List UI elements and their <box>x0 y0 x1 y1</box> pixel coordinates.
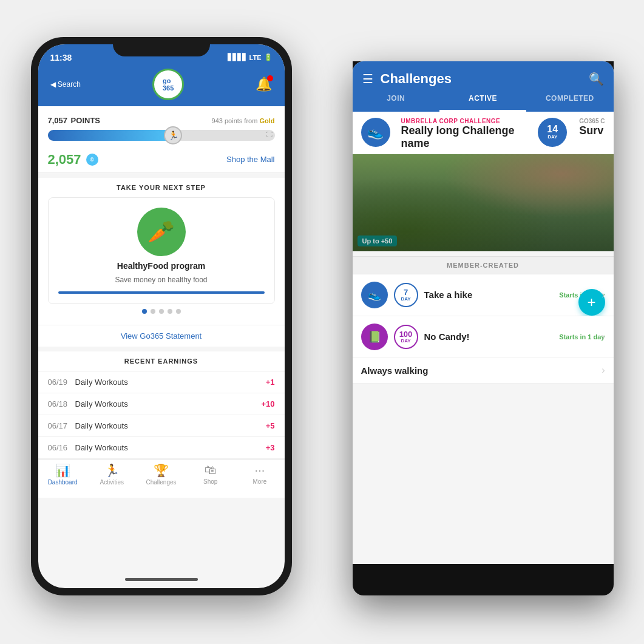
tab-shop-label: Shop <box>203 478 217 485</box>
tab-challenges-label: Challenges <box>146 479 176 486</box>
dot-3[interactable] <box>159 309 164 314</box>
tab-active[interactable]: ACTIVE <box>439 87 526 112</box>
go365-label-area: GO365 C Surv <box>579 118 605 137</box>
android-header: ☰ Challenges 🔍 <box>353 61 614 87</box>
notification-bell[interactable]: 🔔 <box>256 76 272 92</box>
earning-name-1: Daily Workouts <box>75 378 266 387</box>
program-title: HealthyFood program <box>117 261 205 271</box>
program-card[interactable]: 🥕 HealthyFood program Save money on heal… <box>48 197 275 304</box>
challenge-row-candy[interactable]: 📗 100 DAY No Candy! Starts in 1 day › <box>353 316 614 358</box>
program-subtitle: Save money on healthy food <box>115 276 207 284</box>
notification-dot <box>267 75 273 81</box>
candy-day-num: 100 <box>399 330 413 338</box>
challenges-icon: 🏆 <box>154 463 169 478</box>
view-statement[interactable]: View Go365 Statement <box>38 325 285 347</box>
earning-name-3: Daily Workouts <box>75 421 266 430</box>
points-row: 7,057 POINTS 943 points from Gold <box>48 112 275 126</box>
android-header-title: Challenges <box>381 71 581 87</box>
earning-pts-2: +10 <box>261 399 274 408</box>
walking-name: Always walking <box>361 365 605 376</box>
candy-name: No Candy! <box>424 331 554 342</box>
coin-icon: © <box>86 154 98 166</box>
coins-row: 2,057 © Shop the Mall <box>38 147 285 173</box>
shop-link[interactable]: Shop the Mall <box>226 155 275 164</box>
earning-date-1: 06/19 <box>48 378 75 387</box>
android-content: 👟 UMBRELLA CORP CHALLENGE Really long Ch… <box>353 112 614 564</box>
hike-chevron: › <box>602 290 605 300</box>
tab-dashboard-label: Dashboard <box>48 479 78 486</box>
iphone-network: LTE <box>249 54 262 61</box>
iphone-device: 11:38 ▋▋▋▋ LTE 🔋 ◀ Search go365 🔔 <box>31 37 292 595</box>
candy-day-text: DAY <box>401 338 410 344</box>
tab-more[interactable]: ··· More <box>235 463 284 486</box>
points-section: 7,057 POINTS 943 points from Gold 🏃 ⛶ <box>38 106 285 147</box>
featured-challenge-card[interactable]: 👟 UMBRELLA CORP CHALLENGE Really long Ch… <box>353 112 614 251</box>
activities-icon: 🏃 <box>104 463 120 478</box>
member-created-bar: MEMBER-CREATED <box>353 256 614 274</box>
gold-status: 943 points from Gold <box>212 117 275 124</box>
earning-pts-1: +1 <box>266 378 275 387</box>
challenge-row-hike[interactable]: 👟 7 DAY Take a hike Starts in 1 day + › <box>353 274 614 316</box>
program-icon: 🥕 <box>137 208 186 256</box>
search-icon[interactable]: 🔍 <box>589 72 604 86</box>
points-display: 7,057 POINTS <box>48 112 101 126</box>
points-label: POINTS <box>71 116 100 125</box>
tab-more-label: More <box>253 478 267 485</box>
candy-book-icon: 📗 <box>361 324 388 350</box>
earnings-title: RECENT EARNINGS <box>38 351 285 371</box>
tab-dashboard[interactable]: 📊 Dashboard <box>38 463 87 486</box>
tab-activities-label: Activities <box>100 479 124 486</box>
tab-shop[interactable]: 🛍 Shop <box>186 463 235 486</box>
badge-days-label: DAY <box>547 134 557 140</box>
expand-icon[interactable]: ⛶ <box>266 131 273 138</box>
challenge-corp: UMBRELLA CORP CHALLENGE <box>401 118 531 124</box>
earning-pts-4: +3 <box>266 443 275 452</box>
iphone-signal: ▋▋▋▋ <box>228 53 247 61</box>
carousel-dots <box>48 304 275 319</box>
hike-shoe-icon: 👟 <box>361 282 388 308</box>
back-button[interactable]: ◀ Search <box>50 80 81 89</box>
hike-meta: Take a hike <box>424 290 554 300</box>
challenge-overlay: Up to +50 <box>358 236 398 246</box>
challenge-name: Really long Challenge name <box>401 124 531 151</box>
iphone-home-bar <box>125 578 198 581</box>
challenge-shoe-icon: 👟 <box>361 118 390 147</box>
earning-row-3: 06/17 Daily Workouts +5 <box>38 415 285 437</box>
hike-day-badge: 7 DAY <box>394 283 418 307</box>
hamburger-menu[interactable]: ☰ <box>362 72 373 86</box>
next-step-title: TAKE YOUR NEXT STEP <box>48 184 275 191</box>
earning-row-1: 06/19 Daily Workouts +1 <box>38 371 285 393</box>
surv-label: Surv <box>579 124 605 137</box>
tab-challenges[interactable]: 🏆 Challenges <box>137 463 186 486</box>
fab-button[interactable]: + <box>578 289 605 316</box>
dot-1[interactable] <box>142 309 147 314</box>
next-step-section: TAKE YOUR NEXT STEP 🥕 HealthyFood progra… <box>38 178 285 325</box>
earning-date-2: 06/18 <box>48 399 75 408</box>
tab-completed[interactable]: COMPLETED <box>526 87 613 112</box>
tab-activities[interactable]: 🏃 Activities <box>87 463 137 486</box>
tab-join[interactable]: JOIN <box>353 87 439 112</box>
earning-pts-3: +5 <box>266 421 275 430</box>
logo-text: go365 <box>163 77 174 92</box>
iphone-screen: 11:38 ▋▋▋▋ LTE 🔋 ◀ Search go365 🔔 <box>38 44 285 588</box>
earnings-list: 06/19 Daily Workouts +1 06/18 Daily Work… <box>38 371 285 459</box>
iphone-time: 11:38 <box>50 53 72 63</box>
android-screen: ☰ Challenges 🔍 JOIN ACTIVE COMPLETED <box>353 61 614 564</box>
earning-row-4: 06/16 Daily Workouts +3 <box>38 437 285 459</box>
iphone-notch <box>113 37 210 56</box>
walking-meta: Always walking <box>361 365 605 376</box>
go365-logo: go365 <box>152 69 184 100</box>
program-progress-bar <box>58 291 265 294</box>
dot-2[interactable] <box>151 309 155 314</box>
go365-prefix: GO365 C <box>579 118 605 124</box>
progress-bar: 🏃 ⛶ <box>48 130 275 141</box>
hike-day-text: DAY <box>401 296 410 302</box>
dot-5[interactable] <box>176 309 181 314</box>
progress-runner: 🏃 <box>164 126 182 144</box>
earning-name-4: Daily Workouts <box>75 443 266 452</box>
earnings-section: RECENT EARNINGS 06/19 Daily Workouts +1 … <box>38 351 285 459</box>
dashboard-icon: 📊 <box>55 463 70 478</box>
dot-4[interactable] <box>168 309 172 314</box>
challenge-image: Up to +50 <box>353 154 614 251</box>
challenge-row-walking[interactable]: Always walking › <box>353 358 614 384</box>
